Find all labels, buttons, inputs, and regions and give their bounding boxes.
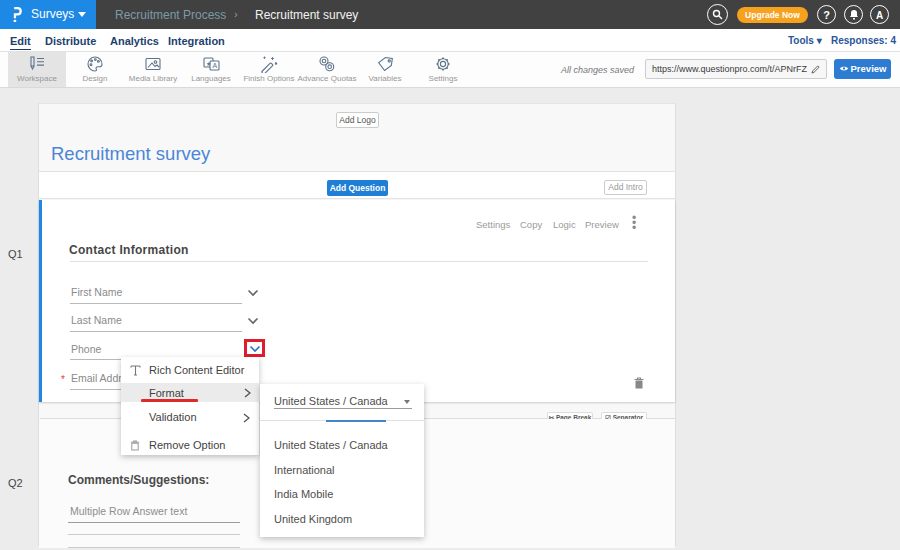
svg-text:A: A [213,62,218,69]
svg-text:★: ★ [206,61,211,67]
